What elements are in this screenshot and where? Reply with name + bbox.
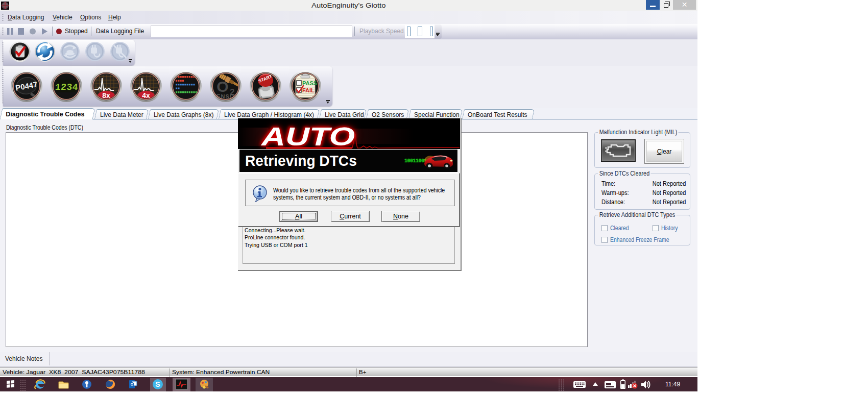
svg-text:PASS: PASS [302,80,317,86]
svg-text:4x: 4x [142,91,150,100]
svg-text:8x: 8x [102,91,110,100]
svg-text:FAIL: FAIL [302,87,315,93]
svg-text:1234: 1234 [55,82,79,92]
svg-text:S: S [155,380,160,388]
